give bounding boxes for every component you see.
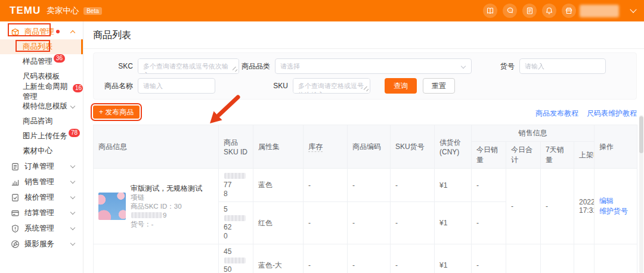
settlement-icon [11,209,20,218]
actions-cell: 编辑维护货号 [595,244,637,273]
stock-cell: - [304,202,348,244]
redacted-text [224,215,246,221]
week-sales-cell: - [541,169,574,244]
product-title: 审版测试，无规格测试 [131,184,213,193]
scrollbar-track[interactable] [639,115,643,273]
today-total-cell: - [506,169,541,244]
table-row: 审版测试，无规格测试 项链 商品SKC ID：309 货号：- 778 蓝色 -… [94,169,637,202]
sidebar-item-photography-service[interactable]: 摄影服务 [0,236,83,252]
col-header-product: 商品信息 [94,125,219,169]
topbar: TEMU 卖家中心 Beta [0,0,644,21]
count-badge: 16 [73,84,83,92]
sku-id-cell: 778 [219,169,253,202]
sku-article-cell: - [391,202,435,244]
page-title: 商品列表 [83,21,644,48]
col-header-stock: 库存 [304,125,348,169]
chat-icon[interactable] [503,4,517,18]
sidebar-item-settlement-management[interactable]: 结算管理 [0,205,83,221]
redacted-text [131,212,162,218]
attr-cell: 红色 [253,202,304,244]
sidebar-item-label: 销售管理 [24,177,54,187]
product-info-cell: 审版测试，无规格测试 项链 商品SKC ID：309 货号：- [94,169,219,244]
maintain-article-link[interactable]: 维护货号 [599,207,628,215]
col-header-today-sales: 今日销量 [472,142,506,169]
main-content: 商品列表 SKC 商品品类 请选择 货号 商品名称 [83,21,644,273]
sidebar-item-product-management[interactable]: 商品管理 [0,24,83,39]
book-icon[interactable] [483,4,497,18]
today-sales-cell: - [472,169,506,202]
divider [83,48,644,49]
reset-button[interactable]: 重置 [423,78,455,94]
attr-cell: 蓝色-大 [253,244,304,273]
notification-dot [56,30,60,33]
skc-label: SKC [102,62,133,70]
sidebar-item-order-management[interactable]: 订单管理 [0,159,83,174]
redacted-text [224,258,246,263]
product-thumbnail [98,193,126,220]
sidebar-item-sales-management[interactable]: 销售管理 [0,174,83,190]
sidebar-item-label: 结算管理 [24,208,54,218]
name-label: 商品名称 [102,81,133,91]
publish-product-button[interactable]: + 发布商品 [93,106,140,119]
chevron-down-icon [70,210,75,215]
sku-label: SKU [270,82,288,90]
notes-icon[interactable] [522,4,537,18]
account-menu[interactable] [562,4,619,18]
scrollbar-thumb[interactable] [639,116,643,153]
chevron-down-icon[interactable] [630,6,636,13]
publish-tutorial-link[interactable]: 商品发布教程 [535,108,578,119]
search-button[interactable]: 查询 [385,78,417,94]
category-select[interactable]: 请选择 [275,58,472,74]
sidebar-item-label: 尺码表模板 [23,72,60,82]
price-cell: ¥1 [435,202,472,244]
code-cell: - [348,169,391,202]
store-icon [562,4,576,18]
sidebar-item-system-management[interactable]: 系统管理 [0,221,83,236]
stock-cell: - [304,244,348,273]
price-check-icon [11,193,20,202]
sidebar-item-image-upload-tasks[interactable]: 图片上传任务 78 [0,129,83,144]
edit-link[interactable]: 编辑 [599,197,614,205]
today-total-cell: - [506,244,541,273]
attr-cell: 蓝色 [253,169,304,202]
box-icon [11,27,20,36]
table-row: 无规格尺码 审版验收1 项链 商品SKC ID：89 货号：- 45500 蓝色… [94,244,637,273]
sku-input[interactable] [293,78,370,94]
chevron-up-icon [70,30,75,35]
sidebar-item-price-review[interactable]: 核价管理 [0,190,83,205]
sidebar-item-new-lifecycle[interactable]: 上新生命周期管理 16 [0,84,83,99]
redacted-text [224,173,246,179]
code-cell: - [348,202,391,244]
product-article-no: 货号：- [131,220,213,229]
actions-cell: 编辑维护货号 [595,169,637,244]
bell-icon[interactable] [542,4,556,18]
today-sales-cell: - [472,244,506,273]
sidebar-item-model-info-template[interactable]: 模特信息模版 [0,99,83,114]
skc-input[interactable] [138,58,239,74]
filter-panel: SKC 商品品类 请选择 货号 商品名称 [93,52,637,100]
sidebar-item-label: 摄影服务 [24,239,54,249]
sidebar-item-label: 素材中心 [23,146,52,156]
sidebar-item-label: 图片上传任务 [23,131,67,141]
count-badge: 78 [69,129,80,137]
col-group-sales-info: 销售信息 [472,125,595,142]
sidebar-item-material-center[interactable]: 素材中心 [0,144,83,159]
sidebar-item-label: 商品咨询 [23,116,52,126]
product-name-input[interactable] [138,78,215,94]
today-sales-cell: - [472,202,506,244]
size-chart-tutorial-link[interactable]: 尺码表维护教程 [587,108,637,119]
sidebar-item-product-consult[interactable]: 商品咨询 [0,114,83,129]
sidebar-item-product-list[interactable]: 商品列表 [0,39,83,54]
sidebar-item-label: 核价管理 [24,193,54,203]
col-header-launch-time: 上架时间 [574,142,595,169]
article-input[interactable] [519,58,606,74]
chevron-down-icon [70,179,75,184]
sidebar-item-sample-management[interactable]: 样品管理 36 [0,54,83,69]
chart-icon [11,178,20,187]
week-sales-cell: - [541,244,574,273]
sidebar: 商品管理 商品列表 样品管理 36 尺码表模板 上新生命周期管理 16 模特信息… [0,21,83,273]
chevron-down-icon [461,64,466,69]
sku-id-cell: 45500 [219,244,253,273]
camera-icon [11,240,20,249]
col-header-week-sales: 7天销量 [541,142,574,169]
